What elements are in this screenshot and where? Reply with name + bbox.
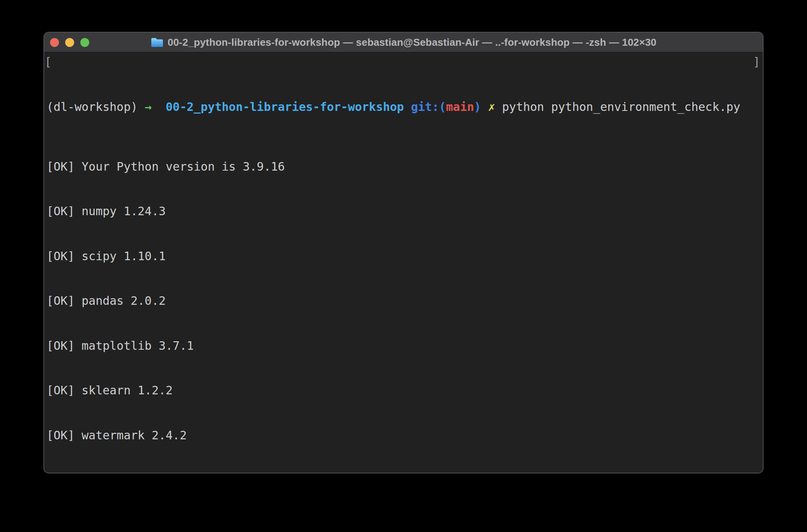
prompt-line-command: (dl-workshop) → 00-2_python-libraries-fo… <box>47 100 760 115</box>
git-prefix: git:( <box>411 100 446 114</box>
zoom-button[interactable] <box>80 38 89 47</box>
typed-command: python python_environment_check.py <box>502 100 740 114</box>
output-line: [OK] sklearn 1.2.2 <box>47 383 760 398</box>
title-group: 00-2_python-libraries-for-workshop — seb… <box>151 36 656 48</box>
window-controls <box>50 33 89 52</box>
current-directory: 00-2_python-libraries-for-workshop <box>166 100 411 114</box>
output-line: [OK] watermark 2.4.2 <box>47 428 760 443</box>
window-titlebar[interactable]: 00-2_python-libraries-for-workshop — seb… <box>44 33 763 52</box>
output-line: [OK] numpy 1.24.3 <box>47 204 760 219</box>
git-branch: main <box>446 100 474 114</box>
git-dirty-flag: ✗ <box>481 100 502 114</box>
output-line: [OK] pandas 2.0.2 <box>47 294 760 309</box>
close-button[interactable] <box>50 38 59 47</box>
git-close: ) <box>474 100 481 114</box>
output-line: [OK] scipy 1.10.1 <box>47 249 760 264</box>
prompt-arrow: → <box>145 100 166 114</box>
conda-env-label: (dl-workshop) <box>47 100 145 114</box>
prompt-mark-left: [ <box>45 55 52 70</box>
minimize-button[interactable] <box>65 38 74 47</box>
prompt-mark-right: ] <box>753 55 760 70</box>
terminal-content[interactable]: [ ] (dl-workshop) → 00-2_python-librarie… <box>44 52 763 473</box>
terminal-window: 00-2_python-libraries-for-workshop — seb… <box>43 32 764 473</box>
output-line: [OK] matplotlib 3.7.1 <box>47 339 760 354</box>
terminal-lines: (dl-workshop) → 00-2_python-libraries-fo… <box>47 55 760 473</box>
window-title: 00-2_python-libraries-for-workshop — seb… <box>168 36 656 48</box>
folder-proxy-icon[interactable] <box>151 37 164 48</box>
output-line: [OK] torch 2.0.1 <box>47 473 760 473</box>
output-line: [OK] Your Python version is 3.9.16 <box>47 159 760 174</box>
